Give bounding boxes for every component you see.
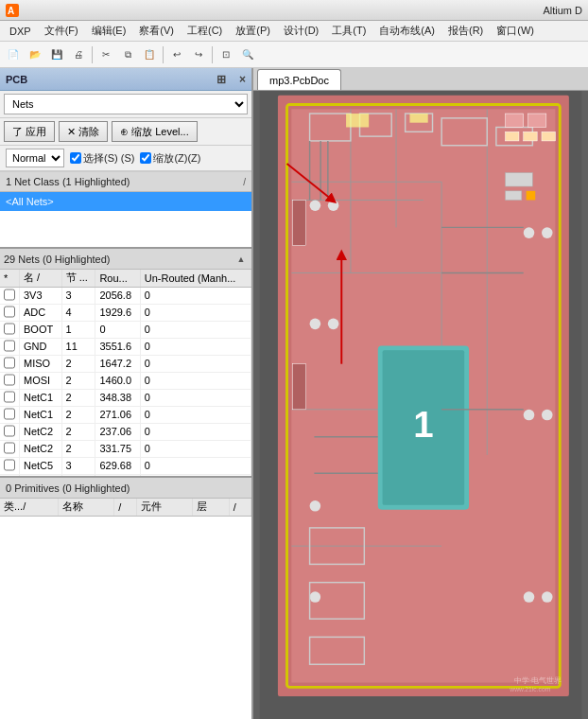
menu-edit[interactable]: 编辑(E) bbox=[86, 22, 132, 40]
toolbar-save-btn[interactable]: 💾 bbox=[46, 44, 67, 65]
net-cell-name: 3V3 bbox=[20, 287, 62, 304]
net-class-header: 1 Net Class (1 Highlighted) / bbox=[0, 171, 251, 192]
toolbar-paste-btn[interactable]: 📋 bbox=[139, 44, 160, 65]
net-cell-unrouted: 0 bbox=[140, 406, 251, 423]
net-cell-routed: 1460.0 bbox=[95, 372, 140, 389]
net-cell-check[interactable] bbox=[0, 372, 20, 389]
net-table-row[interactable]: NetC1 2 271.06 0 bbox=[0, 406, 251, 423]
toolbar-zoom-in-btn[interactable]: 🔍 bbox=[237, 44, 258, 65]
net-cell-check[interactable] bbox=[0, 457, 20, 474]
col-routed: Rou... bbox=[95, 270, 140, 287]
toolbar-copy-btn[interactable]: ⧉ bbox=[117, 44, 138, 65]
net-cell-unrouted: 0 bbox=[140, 423, 251, 440]
toolbar-print-btn[interactable]: 🖨 bbox=[68, 44, 89, 65]
net-cell-nodes: 2 bbox=[61, 440, 95, 457]
net-table-row[interactable]: NetC5 3 629.68 0 bbox=[0, 457, 251, 474]
toolbar-redo-btn[interactable]: ↪ bbox=[188, 44, 209, 65]
net-cell-check[interactable] bbox=[0, 423, 20, 440]
zoom-level-button[interactable]: ⊕ 缩放 Level... bbox=[112, 121, 198, 142]
zoom-checkbox-label[interactable]: 缩放(Z)(Z) bbox=[140, 151, 200, 166]
menu-window[interactable]: 窗口(W) bbox=[491, 22, 540, 40]
nets-table-wrapper[interactable]: * 名 / 节 ... Rou... Un-Routed (Manh... 3V… bbox=[0, 270, 251, 478]
net-cell-check[interactable] bbox=[0, 321, 20, 338]
menu-view[interactable]: 察看(V) bbox=[133, 22, 180, 40]
menu-place[interactable]: 放置(P) bbox=[230, 22, 276, 40]
net-cell-nodes: 2 bbox=[61, 372, 95, 389]
panel-pin-btn[interactable]: ⊞ bbox=[216, 73, 226, 86]
svg-rect-39 bbox=[542, 591, 553, 603]
zoom-checkbox[interactable] bbox=[140, 152, 151, 164]
net-cell-check[interactable] bbox=[0, 355, 20, 372]
net-table-row[interactable]: NetC2 2 331.75 0 bbox=[0, 440, 251, 457]
net-class-item-allnets[interactable]: <All Nets> bbox=[0, 192, 251, 211]
toolbar-new-btn[interactable]: 📄 bbox=[3, 44, 24, 65]
net-cell-check[interactable] bbox=[0, 389, 20, 406]
col-name: 名 / bbox=[20, 270, 62, 287]
panel-close-btn[interactable]: × bbox=[239, 73, 246, 86]
net-cell-check[interactable] bbox=[0, 304, 20, 321]
net-cell-nodes: 2 bbox=[61, 423, 95, 440]
net-table-row[interactable]: MISO 2 1647.2 0 bbox=[0, 355, 251, 372]
net-cell-unrouted: 0 bbox=[140, 440, 251, 457]
tab-label: mp3.PcbDoc bbox=[269, 75, 329, 86]
nets-scroll-up[interactable]: ▲ bbox=[234, 254, 248, 264]
toolbar-undo-btn[interactable]: ↩ bbox=[166, 44, 187, 65]
menu-dxp[interactable]: DXP bbox=[4, 24, 37, 39]
nets-table-header-row: * 名 / 节 ... Rou... Un-Routed (Manh... bbox=[0, 270, 251, 287]
net-cell-check[interactable] bbox=[0, 338, 20, 355]
net-cell-name: MISO bbox=[20, 355, 62, 372]
toolbar-zoom-fit-btn[interactable]: ⊡ bbox=[216, 44, 236, 65]
net-table-row[interactable]: ADC 4 1929.6 0 bbox=[0, 304, 251, 321]
pcb-view-area: mp3.PcbDoc bbox=[253, 68, 588, 719]
menu-project[interactable]: 工程(C) bbox=[182, 22, 228, 40]
svg-rect-31 bbox=[328, 319, 339, 330]
main-layout: PCB ⊞ × Nets Components Layers 了 应用 ✕ 清除… bbox=[0, 68, 588, 719]
menu-bar: DXP 文件(F) 编辑(E) 察看(V) 工程(C) 放置(P) 设计(D) … bbox=[0, 21, 588, 42]
apply-button[interactable]: 了 应用 bbox=[4, 121, 55, 142]
net-cell-nodes: 2 bbox=[61, 389, 95, 406]
net-cell-routed: 348.38 bbox=[95, 389, 140, 406]
net-cell-name: NetC5 bbox=[20, 457, 62, 474]
net-table-row[interactable]: GND 11 3551.6 0 bbox=[0, 338, 251, 355]
zoom-checkbox-text: 缩放(Z)(Z) bbox=[153, 151, 200, 166]
net-cell-unrouted: 0 bbox=[140, 355, 251, 372]
net-table-row[interactable]: 3V3 3 2056.8 0 bbox=[0, 287, 251, 304]
panel-dropdown-row: Nets Components Layers bbox=[0, 91, 251, 118]
svg-rect-29 bbox=[328, 200, 339, 211]
mode-select[interactable]: Normal Mask Dim bbox=[6, 149, 64, 167]
net-cell-nodes: 2 bbox=[61, 355, 95, 372]
prim-col-layer: 层 bbox=[193, 499, 230, 516]
net-class-edit-btn[interactable]: / bbox=[243, 177, 246, 187]
svg-rect-36 bbox=[524, 410, 535, 421]
net-cell-check[interactable] bbox=[0, 287, 20, 304]
primitives-table-wrapper[interactable]: 类.../ 名称 / 元件 层 / bbox=[0, 499, 251, 719]
svg-rect-30 bbox=[310, 319, 321, 330]
svg-rect-56 bbox=[292, 200, 305, 245]
tab-pcbdoc[interactable]: mp3.PcbDoc bbox=[257, 69, 341, 90]
menu-design[interactable]: 设计(D) bbox=[278, 22, 324, 40]
net-table-row[interactable]: NetC1 2 348.38 0 bbox=[0, 389, 251, 406]
net-cell-nodes: 1 bbox=[61, 321, 95, 338]
toolbar: 📄 📂 💾 🖨 ✂ ⧉ 📋 ↩ ↪ ⊡ 🔍 bbox=[0, 42, 588, 68]
net-cell-unrouted: 0 bbox=[140, 304, 251, 321]
svg-rect-41 bbox=[505, 191, 521, 201]
panel-title-bar: PCB ⊞ × bbox=[0, 68, 251, 91]
toolbar-open-btn[interactable]: 📂 bbox=[25, 44, 45, 65]
menu-autoroute[interactable]: 自动布线(A) bbox=[373, 22, 441, 40]
toolbar-cut-btn[interactable]: ✂ bbox=[95, 44, 116, 65]
net-cell-check[interactable] bbox=[0, 440, 20, 457]
net-cell-check[interactable] bbox=[0, 406, 20, 423]
menu-tools[interactable]: 工具(T) bbox=[326, 22, 372, 40]
panel-type-select[interactable]: Nets Components Layers bbox=[4, 94, 248, 114]
net-cell-name: ADC bbox=[20, 304, 62, 321]
net-table-row[interactable]: BOOT 1 0 0 bbox=[0, 321, 251, 338]
select-checkbox-label[interactable]: 选择(S) (S) bbox=[70, 151, 134, 166]
net-cell-routed: 629.68 bbox=[95, 457, 140, 474]
select-checkbox[interactable] bbox=[70, 152, 81, 164]
title-bar-text: Altium D bbox=[23, 5, 582, 16]
menu-file[interactable]: 文件(F) bbox=[39, 22, 84, 40]
net-table-row[interactable]: NetC2 2 237.06 0 bbox=[0, 423, 251, 440]
clear-button[interactable]: ✕ 清除 bbox=[59, 121, 108, 142]
net-table-row[interactable]: MOSI 2 1460.0 0 bbox=[0, 372, 251, 389]
menu-reports[interactable]: 报告(R) bbox=[442, 22, 489, 40]
